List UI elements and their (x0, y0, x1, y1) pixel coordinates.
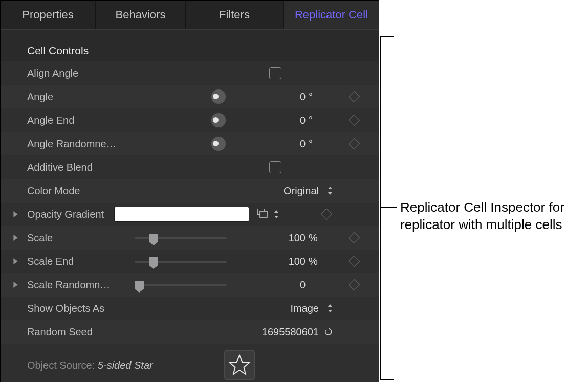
label-scale-end: Scale End (21, 256, 129, 267)
row-angle: Angle 0° (1, 85, 379, 108)
dial-angle-randomness[interactable] (210, 136, 227, 152)
keyframe-angle-end[interactable] (338, 116, 370, 124)
keyframe-diamond-icon (349, 115, 360, 126)
disclosure-scale[interactable] (10, 232, 21, 243)
annotation-text: Replicator Cell Inspector for replicator… (400, 198, 579, 233)
tab-properties[interactable]: Properties (1, 1, 96, 29)
dial-angle[interactable] (210, 88, 227, 105)
sort-updown-icon[interactable] (274, 210, 279, 218)
label-angle: Angle (21, 91, 129, 103)
row-random-seed: Random Seed 1695580601 (1, 320, 379, 344)
sort-updown-icon[interactable] (328, 187, 333, 195)
disclosure-opacity-gradient[interactable] (10, 209, 21, 220)
dial-angle-end[interactable] (210, 112, 227, 128)
keyframe-scale[interactable] (338, 234, 370, 242)
row-additive-blend: Additive Blend (1, 155, 379, 179)
inspector-panel: Properties Behaviors Filters Replicator … (0, 0, 379, 382)
disclosure-scale-randomness[interactable] (10, 279, 21, 290)
row-scale-end: Scale End 100% (1, 250, 379, 273)
gradient-preset-icon[interactable] (257, 209, 268, 220)
object-source-well[interactable] (224, 350, 255, 380)
row-color-mode: Color Mode Original (1, 179, 379, 203)
value-angle-randomness[interactable]: 0 (276, 138, 306, 150)
callout-bracket (380, 36, 381, 380)
label-color-mode: Color Mode (21, 185, 129, 197)
gradient-well[interactable] (114, 207, 249, 222)
row-object-source: Object Source: 5-sided Star (1, 344, 379, 382)
slider-thumb-icon[interactable] (149, 257, 158, 265)
value-scale-end[interactable]: 100 (276, 256, 306, 267)
slider-thumb-icon[interactable] (135, 281, 144, 289)
row-align-angle: Align Angle (1, 61, 379, 85)
slider-scale-randomness[interactable] (135, 279, 227, 291)
object-source-prefix: Object Source: (27, 359, 95, 371)
inspector-tabs: Properties Behaviors Filters Replicator … (1, 1, 379, 30)
callout-leader (380, 207, 397, 208)
callout-line (380, 36, 394, 37)
tab-filters[interactable]: Filters (186, 1, 284, 29)
value-color-mode[interactable]: Original (284, 185, 319, 197)
object-source-name: 5-sided Star (98, 359, 153, 371)
value-random-seed[interactable]: 1695580601 (262, 326, 319, 338)
sort-updown-icon[interactable] (328, 304, 333, 312)
unit-angle: ° (309, 91, 319, 103)
row-scale-randomness: Scale Randomn… 0 (1, 273, 379, 297)
row-opacity-gradient: Opacity Gradient (1, 203, 379, 226)
label-object-source: Object Source: 5-sided Star (21, 359, 196, 371)
row-angle-randomness: Angle Randomne… 0° (1, 132, 379, 155)
refresh-icon[interactable] (324, 328, 333, 336)
label-align-angle: Align Angle (21, 68, 129, 79)
keyframe-scale-end[interactable] (338, 257, 370, 265)
tab-behaviors[interactable]: Behaviors (96, 1, 186, 29)
keyframe-diamond-icon (349, 232, 360, 244)
label-scale-randomness: Scale Randomn… (21, 279, 129, 291)
value-scale-randomness[interactable]: 0 (276, 279, 306, 291)
label-show-objects-as: Show Objects As (21, 303, 129, 314)
value-show-objects-as[interactable]: Image (290, 303, 319, 314)
keyframe-angle[interactable] (338, 93, 370, 101)
slider-scale[interactable] (135, 232, 227, 244)
keyframe-diamond-icon (349, 91, 360, 103)
row-show-objects-as: Show Objects As Image (1, 297, 379, 320)
row-angle-end: Angle End 0° (1, 108, 379, 132)
value-angle-end[interactable]: 0 (276, 115, 306, 126)
section-title: Cell Controls (1, 40, 379, 61)
svg-rect-1 (260, 211, 267, 217)
label-random-seed: Random Seed (21, 326, 129, 338)
keyframe-diamond-icon (349, 138, 360, 150)
keyframe-opacity-gradient[interactable] (283, 210, 370, 218)
disclosure-scale-end[interactable] (10, 256, 21, 267)
value-angle[interactable]: 0 (276, 91, 306, 103)
star-icon (228, 354, 251, 376)
row-scale: Scale 100% (1, 226, 379, 250)
label-angle-end: Angle End (21, 115, 129, 126)
label-angle-randomness: Angle Randomne… (21, 138, 129, 150)
label-additive-blend: Additive Blend (21, 162, 129, 173)
slider-thumb-icon[interactable] (149, 234, 158, 242)
keyframe-angle-randomness[interactable] (338, 140, 370, 148)
keyframe-diamond-icon (321, 209, 333, 220)
value-scale[interactable]: 100 (276, 232, 306, 244)
checkbox-additive-blend[interactable] (269, 161, 281, 173)
label-scale: Scale (21, 232, 129, 244)
tab-replicator-cell[interactable]: Replicator Cell (284, 1, 379, 29)
keyframe-scale-randomness[interactable] (338, 281, 370, 289)
label-opacity-gradient: Opacity Gradient (21, 209, 114, 220)
callout-line-bottom (380, 379, 394, 380)
checkbox-align-angle[interactable] (269, 67, 281, 79)
slider-scale-end[interactable] (135, 255, 227, 267)
keyframe-diamond-icon (349, 279, 360, 291)
keyframe-diamond-icon (349, 256, 360, 267)
